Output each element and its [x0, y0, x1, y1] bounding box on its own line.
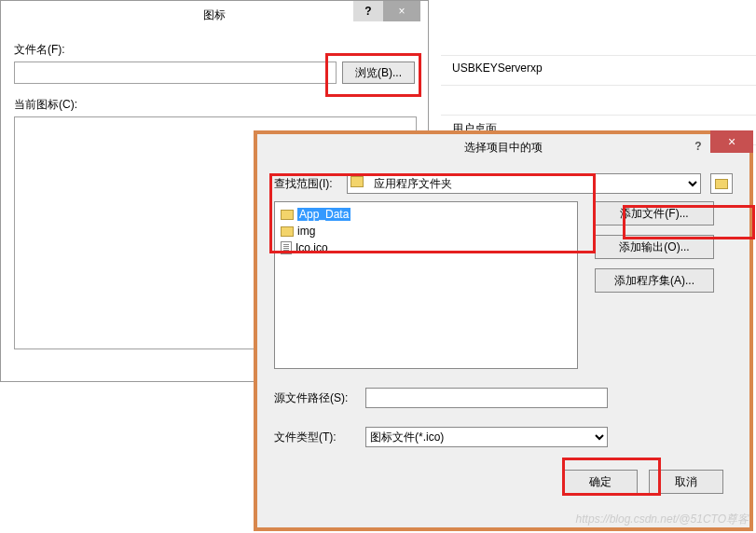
watermark: https://blog.csdn.net/@51CTO尊客	[576, 512, 749, 527]
search-scope-select[interactable]: 应用程序文件夹	[347, 173, 701, 194]
add-assembly-button[interactable]: 添加程序集(A)...	[595, 268, 714, 293]
file-type-select[interactable]: 图标文件(*.ico)	[365, 427, 608, 447]
folder-up-icon	[715, 179, 728, 189]
select-dialog-title: 选择项目中的项	[464, 140, 543, 156]
file-list[interactable]: App_Data img Ico.ico	[274, 201, 578, 369]
help-button[interactable]: ?	[353, 1, 383, 21]
filename-input[interactable]	[14, 62, 337, 84]
background-list: USBKEYServerxp 用户桌面	[441, 26, 756, 145]
bg-cell	[441, 86, 756, 116]
file-name: Ico.ico	[296, 241, 328, 254]
folder-icon	[281, 226, 294, 237]
filename-label: 文件名(F):	[14, 42, 415, 58]
close-button[interactable]: ×	[383, 1, 420, 21]
add-output-button[interactable]: 添加输出(O)...	[595, 235, 714, 259]
file-name: img	[297, 225, 315, 238]
help-button[interactable]: ?	[684, 137, 712, 156]
list-item[interactable]: App_Data	[279, 206, 573, 223]
cancel-button[interactable]: 取消	[649, 470, 723, 494]
search-scope-combo[interactable]: 应用程序文件夹	[347, 173, 701, 194]
bg-cell	[441, 26, 756, 56]
source-path-input[interactable]	[365, 388, 608, 408]
search-scope-label: 查找范围(I):	[274, 176, 337, 192]
bg-cell: USBKEYServerxp	[441, 56, 756, 86]
list-item[interactable]: Ico.ico	[279, 239, 573, 256]
file-type-label: 文件类型(T):	[274, 430, 356, 445]
file-name: App_Data	[297, 208, 351, 221]
folder-icon	[281, 210, 294, 220]
icon-dialog-title: 图标	[203, 7, 226, 23]
ok-button[interactable]: 确定	[563, 470, 638, 494]
browse-button[interactable]: 浏览(B)...	[342, 62, 415, 84]
icon-dialog-titlebar: 图标 ? ×	[1, 1, 428, 29]
close-button[interactable]: ×	[710, 130, 753, 153]
source-path-label: 源文件路径(S):	[274, 390, 356, 406]
select-item-dialog: 选择项目中的项 ? × 查找范围(I): 应用程序文件夹 App_Data	[254, 130, 753, 531]
up-folder-button[interactable]	[710, 173, 733, 194]
select-dialog-titlebar: 选择项目中的项 ? ×	[257, 134, 749, 160]
file-icon	[281, 241, 292, 254]
list-item[interactable]: img	[279, 223, 573, 239]
add-file-button[interactable]: 添加文件(F)...	[595, 201, 714, 226]
current-icon-label: 当前图标(C):	[14, 97, 415, 113]
